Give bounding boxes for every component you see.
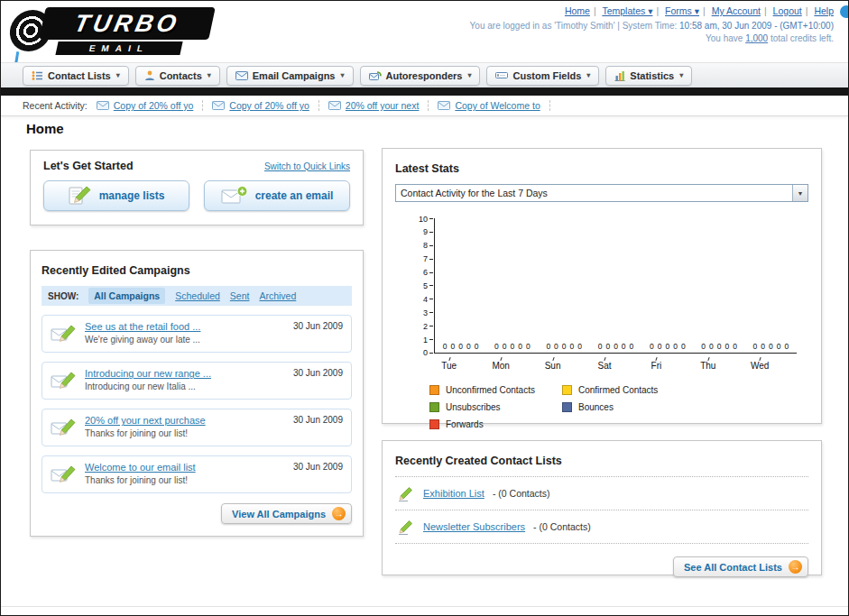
header-utility: Home| Templates ▾| Forms ▾| My Account| …	[470, 5, 834, 43]
create-email-button[interactable]: create an email	[204, 180, 350, 211]
chart-value-group: 00000	[590, 342, 641, 351]
activity-item-label: Copy of 20% off yo	[114, 100, 194, 111]
campaign-subtitle: We're giving away our late ...	[85, 335, 200, 346]
nav-tab-label: Contacts	[160, 70, 202, 81]
y-axis-tick-label: 1	[423, 336, 433, 344]
nav-tab-custom-fields[interactable]: Custom Fields ▾	[486, 66, 599, 86]
see-all-contact-lists-button[interactable]: See All Contact Lists →	[673, 556, 808, 577]
chevron-down-icon: ▾	[679, 71, 683, 79]
campaign-row: 20% off your next purchase Thanks for jo…	[42, 409, 352, 446]
arrow-right-icon: →	[789, 560, 802, 574]
link-separator: |	[764, 5, 767, 16]
chart-value-label: 0	[673, 342, 678, 351]
campaign-row: Introducing our new range ... Introducin…	[42, 362, 352, 400]
link-separator: |	[594, 5, 596, 16]
campaign-title-link[interactable]: Introducing our new range ...	[85, 368, 211, 381]
chart-value-group: 00000	[693, 342, 744, 351]
recent-activity-item[interactable]: 20% off your next	[328, 100, 429, 111]
envelope-pencil-icon	[51, 463, 78, 486]
contact-list-link[interactable]: Exhibition List	[423, 488, 484, 499]
nav-divider-bar	[1, 87, 848, 96]
campaigns-filter-bar: SHOW: All Campaigns Scheduled Sent Archi…	[42, 286, 352, 306]
chart-value-label: 0	[443, 342, 448, 351]
timezone: - (GMT+10:00)	[771, 21, 834, 31]
campaign-date: 30 Jun 2009	[293, 368, 343, 378]
nav-tab-email-campaigns[interactable]: Email Campaigns ▾	[226, 66, 354, 86]
chart-value-label: 0	[458, 342, 463, 351]
chart-value-label: 0	[784, 342, 789, 351]
contact-list-link[interactable]: Newsletter Subscribers	[423, 521, 525, 532]
top-link-forms[interactable]: Forms ▾	[665, 5, 699, 16]
recent-activity-bar: Recent Activity: Copy of 20% off yo Copy…	[1, 96, 848, 116]
recent-activity-item[interactable]: Copy of Welcome to	[438, 100, 549, 111]
activity-item-label: Copy of 20% off yo	[229, 100, 309, 111]
stats-title: Latest Stats	[395, 162, 459, 175]
logo-subtitle: EMAIL	[55, 41, 182, 55]
chevron-down-icon: ▾	[208, 71, 211, 79]
top-links: Home| Templates ▾| Forms ▾| My Account| …	[470, 5, 834, 16]
y-axis-tick-label: 9	[423, 228, 433, 236]
chart-y-axis: 109876543210	[419, 215, 434, 357]
autoresponders-icon	[369, 70, 382, 81]
campaign-title-link[interactable]: Welcome to our email list	[85, 462, 196, 474]
chart-value-label: 0	[733, 342, 737, 351]
see-all-contact-lists-label: See All Contact Lists	[684, 562, 782, 573]
app-window: TURBO EMAIL Home| Templates ▾| Forms ▾| …	[0, 0, 849, 616]
stats-period-select[interactable]: Contact Activity for the Last 7 Days ▼	[395, 184, 808, 202]
chart-value-label: 0	[570, 342, 575, 351]
view-all-campaigns-button[interactable]: View All Campaigns →	[221, 503, 352, 524]
legend-item: Bounces	[562, 402, 695, 412]
nav-tab-statistics[interactable]: Statistics ▾	[605, 66, 692, 86]
nav-tab-contact-lists[interactable]: Contact Lists ▾	[23, 66, 129, 86]
manage-lists-button[interactable]: manage lists	[43, 180, 189, 211]
nav-tab-contacts[interactable]: Contacts ▾	[135, 66, 220, 86]
email-campaigns-icon	[235, 71, 248, 80]
stats-period-value: Contact Activity for the Last 7 Days	[401, 188, 548, 198]
chevron-down-icon: ▾	[467, 71, 471, 79]
top-link-my-account[interactable]: My Account	[712, 5, 761, 16]
legend-item: Forwards	[429, 419, 562, 429]
nav-tab-label: Email Campaigns	[253, 70, 336, 81]
filter-all-campaigns[interactable]: All Campaigns	[88, 288, 165, 304]
legend-label: Unconfirmed Contacts	[446, 385, 535, 395]
chart-legend: Unconfirmed ContactsConfirmed ContactsUn…	[429, 385, 808, 437]
top-link-logout[interactable]: Logout	[773, 5, 802, 16]
chart-value-label: 0	[466, 342, 471, 351]
switch-quick-links-link[interactable]: Switch to Quick Links	[264, 161, 350, 171]
campaign-title-link[interactable]: 20% off your next purchase	[85, 415, 206, 428]
top-link-help[interactable]: Help	[814, 5, 834, 16]
campaign-row: See us at the retail food ... We're givi…	[42, 315, 352, 353]
latest-stats-panel: Latest Stats Contact Activity for the La…	[382, 148, 822, 424]
filter-sent[interactable]: Sent	[230, 290, 250, 301]
chart-value-label: 0	[701, 342, 706, 351]
filter-scheduled[interactable]: Scheduled	[175, 290, 220, 301]
contact-list-row: Exhibition List - (0 Contacts)	[395, 477, 808, 510]
credits-amount[interactable]: 1,000	[745, 33, 768, 43]
chart-x-axis: TueMonSunSatFriThuWed	[423, 357, 786, 371]
statistics-icon	[614, 70, 625, 81]
y-axis-tick-label: 5	[423, 281, 433, 290]
top-link-templates[interactable]: Templates ▾	[602, 5, 652, 16]
nav-tab-label: Autoresponders	[386, 70, 463, 81]
chart-value-label: 0	[554, 342, 558, 351]
campaign-title-link[interactable]: See us at the retail food ...	[85, 321, 200, 334]
nav-tab-autoresponders[interactable]: Autoresponders ▾	[360, 66, 481, 86]
recent-activity-item[interactable]: Copy of 20% off yo	[97, 100, 204, 111]
envelope-plus-icon	[221, 185, 248, 207]
chart-value-label: 0	[724, 342, 729, 351]
campaign-date: 30 Jun 2009	[293, 321, 343, 331]
chart-value-label: 0	[717, 342, 722, 351]
x-axis-tick-label: Fri	[631, 357, 682, 371]
recent-activity-item[interactable]: Copy of 20% off yo	[212, 100, 319, 111]
filter-archived[interactable]: Archived	[259, 290, 296, 301]
header: TURBO EMAIL Home| Templates ▾| Forms ▾| …	[1, 1, 848, 62]
legend-label: Forwards	[446, 419, 484, 429]
chart-value-label: 0	[546, 342, 550, 351]
main-nav: Contact Lists ▾ Contacts ▾ Email Campaig…	[1, 62, 848, 87]
y-axis-tick-label: 4	[423, 295, 433, 303]
chart-value-label: 0	[451, 342, 456, 351]
top-link-home[interactable]: Home	[565, 5, 590, 16]
credits-suffix: total credits left.	[768, 33, 834, 43]
chart-value-label: 0	[709, 342, 714, 351]
chart-value-label: 0	[665, 342, 669, 351]
